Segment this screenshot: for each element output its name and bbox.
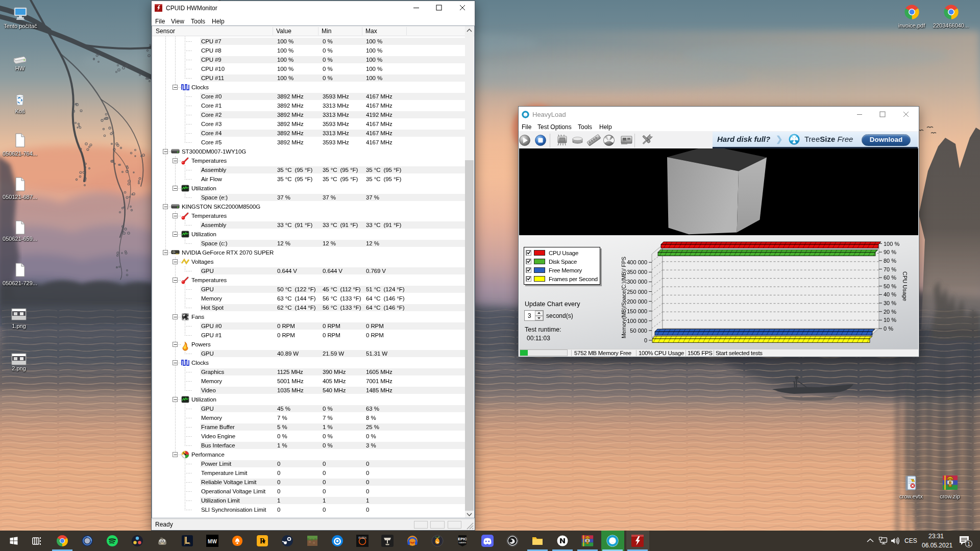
svg-text:40 %: 40 % xyxy=(884,291,896,297)
svg-text:GAMES: GAMES xyxy=(459,541,467,544)
svg-text:70 %: 70 % xyxy=(884,266,896,272)
svg-text:100 %: 100 % xyxy=(884,241,899,247)
svg-text:MW: MW xyxy=(208,539,217,544)
svg-text:RYZEN: RYZEN xyxy=(358,537,366,539)
svg-text:0: 0 xyxy=(644,337,647,343)
svg-text:1: 1 xyxy=(967,541,970,547)
svg-text:10 %: 10 % xyxy=(884,317,896,323)
svg-text:300 000: 300 000 xyxy=(627,279,647,285)
svg-text:90 %: 90 % xyxy=(884,249,896,255)
svg-text:Memory(MB)/Space(C:)(MB)/ FPS: Memory(MB)/Space(C:)(MB)/ FPS xyxy=(621,257,627,338)
svg-text:50 %: 50 % xyxy=(884,283,896,289)
svg-text:80 %: 80 % xyxy=(884,258,896,264)
svg-text:100 000: 100 000 xyxy=(627,318,647,324)
svg-text:60 %: 60 % xyxy=(884,274,896,281)
svg-text:350 000: 350 000 xyxy=(627,269,647,275)
svg-text:EPIC: EPIC xyxy=(458,537,467,541)
svg-text:50 000: 50 000 xyxy=(630,328,647,334)
svg-text:0 %: 0 % xyxy=(884,325,893,332)
svg-text:150 000: 150 000 xyxy=(627,308,647,314)
svg-text:20 %: 20 % xyxy=(884,309,896,315)
svg-text:200 000: 200 000 xyxy=(627,298,647,305)
svg-text:CPU Usage: CPU Usage xyxy=(902,271,908,301)
svg-text:30 %: 30 % xyxy=(884,300,896,306)
svg-text:400 000: 400 000 xyxy=(627,259,647,265)
svg-text:250 000: 250 000 xyxy=(627,289,647,295)
